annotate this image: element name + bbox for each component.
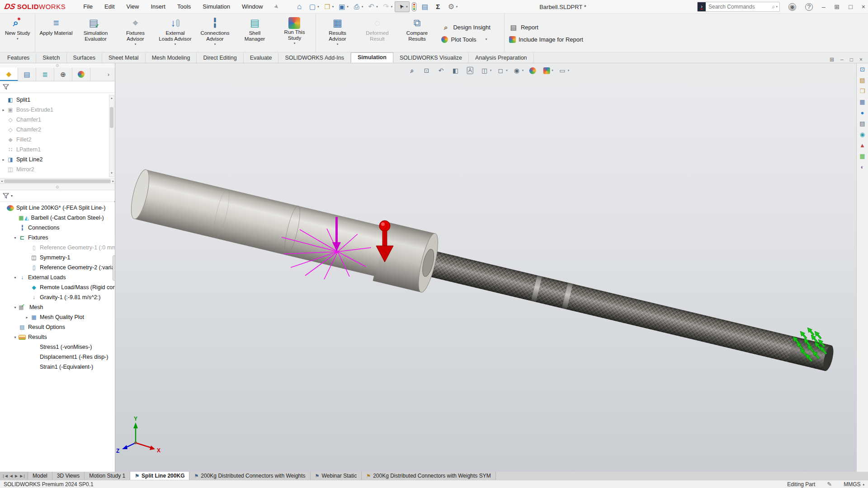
hud-button[interactable]: ▾	[478, 65, 493, 76]
toolbar-button[interactable]: ▾	[365, 1, 379, 12]
ribbon-small-button[interactable]: Design Insight	[441, 23, 499, 32]
hud-button[interactable]	[435, 65, 448, 76]
custom-properties-icon[interactable]: ▤	[858, 119, 867, 128]
dropdown-arrow-icon[interactable]: ▾	[490, 69, 492, 72]
solidworks-forum-icon[interactable]: ◉	[858, 130, 867, 139]
dropdown-arrow-icon[interactable]: ▾	[522, 69, 524, 72]
toolbar-button[interactable]	[293, 1, 306, 12]
filter-funnel-icon[interactable]	[3, 193, 9, 199]
window-layout-icon[interactable]: ⊞	[835, 3, 840, 10]
hud-button[interactable]: ▾	[494, 65, 509, 76]
pin-menu-icon[interactable]: ➤	[273, 2, 281, 11]
tree-item[interactable]: Split Line 200KG* (-FEA Split Line-)	[0, 203, 115, 213]
tree-item[interactable]: LPattern1	[0, 145, 115, 155]
dropdown-arrow-icon[interactable]: ▾	[347, 5, 349, 9]
feature-tree-vertical-scrollbar[interactable]: ▴ ▾	[109, 95, 114, 177]
ribbon-button[interactable]: Results Advisor ▾	[316, 14, 357, 52]
toolbar-button[interactable]	[432, 1, 444, 12]
unit-system-selector[interactable]: MMGS ▴	[844, 481, 864, 488]
feature-tree-horizontal-scrollbar[interactable]: ◂ ▸	[0, 178, 115, 184]
dropdown-arrow-icon[interactable]: ▾	[568, 69, 570, 72]
tree-item[interactable]: Mirror2	[0, 164, 115, 174]
tree-item[interactable]: Fillet2	[0, 135, 115, 145]
tab-nav-arrow-icon[interactable]: ▶❘	[20, 474, 26, 478]
tree-item[interactable]: Reference Geometry-2 (:variable:)	[0, 263, 115, 272]
dropdown-arrow-icon[interactable]: ▾	[214, 42, 216, 46]
expand-arrow-icon[interactable]: ▸	[0, 158, 7, 162]
tree-item[interactable]: ▾ Mesh	[0, 302, 115, 312]
simulation-gallery-icon[interactable]: ▲	[858, 141, 867, 150]
minimize-document-icon[interactable]: –	[840, 56, 844, 63]
tree-item[interactable]: Displacement1 (-Res disp-)	[0, 352, 115, 362]
tree-item[interactable]: Result Options	[0, 322, 115, 332]
dropdown-arrow-icon[interactable]: ▾	[337, 42, 339, 46]
toolbar-button[interactable]: ▾	[445, 1, 459, 12]
tree-item[interactable]: Stress1 (-vonMises-)	[0, 342, 115, 352]
ribbon-button[interactable]: Run This Study ▾	[274, 14, 314, 52]
graphics-viewport[interactable]: Y X Z	[115, 63, 856, 472]
dropdown-arrow-icon[interactable]: ▾	[486, 38, 487, 41]
toolbar-button[interactable]: ▾	[380, 1, 394, 12]
ribbon-button[interactable]: Simulation Evaluator	[75, 14, 115, 52]
hud-button[interactable]	[526, 66, 539, 76]
expand-arrow-icon[interactable]: ▸	[0, 108, 7, 112]
toolbar-button[interactable]	[419, 1, 431, 12]
minimize-icon[interactable]: –	[822, 3, 826, 10]
document-tab[interactable]: 200Kg Distributed Connectors with Weight…	[189, 472, 310, 480]
ribbon-small-button[interactable]: Include Image for Report	[509, 36, 583, 43]
toolbar-button[interactable]: ▾	[351, 1, 365, 12]
menu-item[interactable]: Window	[237, 1, 268, 12]
dropdown-arrow-icon[interactable]: ▾	[552, 69, 553, 72]
solidworks-resources-icon[interactable]: ⊡	[858, 65, 867, 74]
search-dropdown-icon[interactable]: ▾	[776, 5, 778, 9]
menu-item[interactable]: File	[78, 1, 98, 12]
ribbon-button[interactable]: Connections Advisor ▾	[195, 14, 235, 52]
solidworks-add-ins-icon[interactable]: ▦	[858, 152, 867, 160]
command-tab[interactable]: Direct Editing	[197, 53, 243, 63]
dropdown-arrow-icon[interactable]: ▾	[506, 69, 508, 72]
dropdown-arrow-icon[interactable]: ▾	[317, 5, 319, 9]
dropdown-arrow-icon[interactable]: ▾	[135, 42, 137, 46]
menu-item[interactable]: Simulation	[198, 1, 235, 12]
search-input[interactable]	[708, 3, 771, 10]
dropdown-arrow-icon[interactable]: ▾	[17, 37, 19, 41]
document-tab[interactable]: Model	[28, 472, 52, 480]
tree-item[interactable]: Chamfer2	[0, 125, 115, 135]
tab-nav-arrow-icon[interactable]: ◀	[10, 474, 13, 478]
manager-tab[interactable]	[18, 68, 36, 81]
menu-item[interactable]: View	[122, 1, 144, 12]
dropdown-arrow-icon[interactable]: ▾	[175, 42, 176, 46]
tree-item[interactable]: Barbell (-Cast Carbon Steel-)	[0, 213, 115, 223]
expand-arrow-icon[interactable]: ▾	[12, 335, 19, 339]
ribbon-button[interactable]: Shell Manager	[235, 14, 274, 52]
ribbon-button[interactable]: New Study ▾	[2, 14, 33, 52]
hud-button[interactable]	[449, 65, 462, 76]
hud-button[interactable]	[464, 65, 477, 76]
tree-item[interactable]: ▸ Mesh Quality Plot	[0, 312, 115, 322]
tree-item[interactable]: Remote Load/Mass (Rigid connect	[0, 282, 115, 292]
document-tab[interactable]: Split Line 200KG	[130, 472, 189, 480]
restore-icon[interactable]: □	[849, 3, 852, 10]
command-tab[interactable]: Sketch	[36, 53, 66, 63]
expand-arrow-icon[interactable]: ▾	[12, 236, 19, 240]
dropdown-arrow-icon[interactable]: ▾	[391, 5, 393, 9]
hud-button[interactable]: ▾	[510, 65, 525, 76]
dropdown-arrow-icon[interactable]: ▾	[376, 5, 378, 9]
hud-button[interactable]: ▾	[540, 66, 555, 76]
ribbon-small-button[interactable]: Report	[509, 23, 583, 32]
filter-dropdown-icon[interactable]: ▾	[11, 194, 13, 198]
command-tab[interactable]: Features	[1, 53, 36, 63]
ribbon-button[interactable]: Apply Material	[35, 14, 76, 52]
user-profile-icon[interactable]: ◉	[788, 3, 796, 11]
tree-item[interactable]: ▾ Fixtures	[0, 233, 115, 243]
appearances-scenes-icon[interactable]: ●	[858, 108, 867, 117]
toolbar-button[interactable]: ▾	[336, 1, 350, 12]
toolbar-button[interactable]	[410, 1, 418, 12]
close-icon[interactable]: ×	[862, 3, 865, 10]
scrollbar-thumb[interactable]	[110, 107, 113, 128]
manager-tab[interactable]	[0, 68, 18, 81]
hud-button[interactable]: ▾	[556, 65, 571, 76]
tree-item[interactable]: Reference Geometry-1 (:0 mm:)	[0, 243, 115, 253]
menu-item[interactable]: Insert	[146, 1, 170, 12]
command-tab[interactable]: SOLIDWORKS Add-Ins	[278, 53, 351, 63]
